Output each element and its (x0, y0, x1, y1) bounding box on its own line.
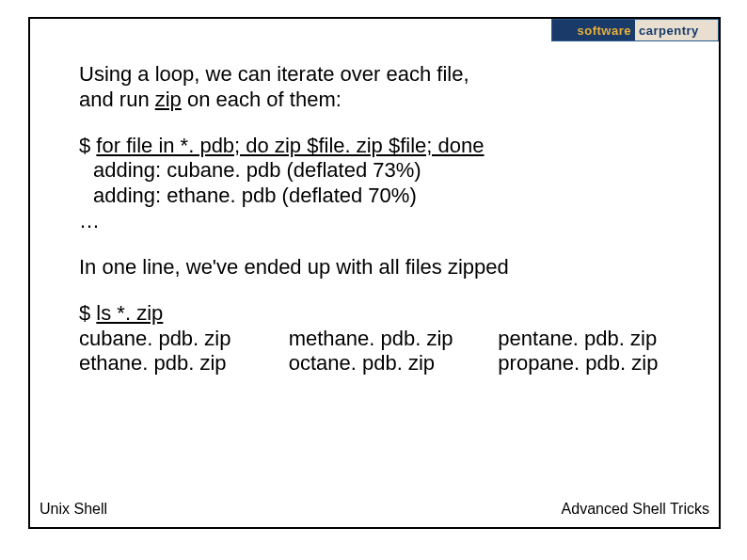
footer-left: Unix Shell (40, 501, 107, 518)
cmd1-out2: adding: ethane. pdb (deflated 70%) (79, 184, 681, 209)
cmd2-command: ls *. zip (96, 301, 163, 325)
ls-col-2: methane. pdb. zip octane. pdb. zip (289, 327, 472, 377)
mid-text: In one line, we've ended up with all fil… (79, 255, 681, 280)
cmd1-out3: … (79, 209, 681, 234)
cmd1-line: $ for file in *. pdb; do zip $file. zip … (79, 134, 681, 159)
cmd2-line: $ ls *. zip (79, 301, 681, 327)
intro-block: Using a loop, we can iterate over each f… (79, 62, 681, 113)
cmd1-out1: adding: cubane. pdb (deflated 73%) (79, 158, 681, 184)
slide-frame: software carpentry Using a loop, we can … (28, 17, 721, 529)
ls-col-3: pentane. pdb. zip propane. pdb. zip (498, 327, 681, 377)
logo-right: carpentry (635, 20, 718, 40)
logo-left-text: software (578, 24, 631, 38)
footer-right: Advanced Shell Tricks (562, 501, 709, 518)
logo-right-text: carpentry (639, 24, 699, 38)
command-block-2: $ ls *. zip cubane. pdb. zip ethane. pdb… (79, 301, 681, 376)
slide-content: Using a loop, we can iterate over each f… (79, 62, 681, 397)
intro-zip-word: zip (155, 88, 182, 111)
intro-line1: Using a loop, we can iterate over each f… (79, 62, 681, 88)
command-block-1: $ for file in *. pdb; do zip $file. zip … (79, 134, 681, 234)
ls-col-1: cubane. pdb. zip ethane. pdb. zip (79, 327, 262, 377)
logo-left: software (552, 20, 635, 40)
cmd1-command: for file in *. pdb; do zip $file. zip $f… (96, 134, 484, 157)
ls-output: cubane. pdb. zip ethane. pdb. zip methan… (79, 327, 681, 377)
logo: software carpentry (551, 19, 719, 41)
intro-line2: and run zip on each of them: (79, 88, 681, 113)
